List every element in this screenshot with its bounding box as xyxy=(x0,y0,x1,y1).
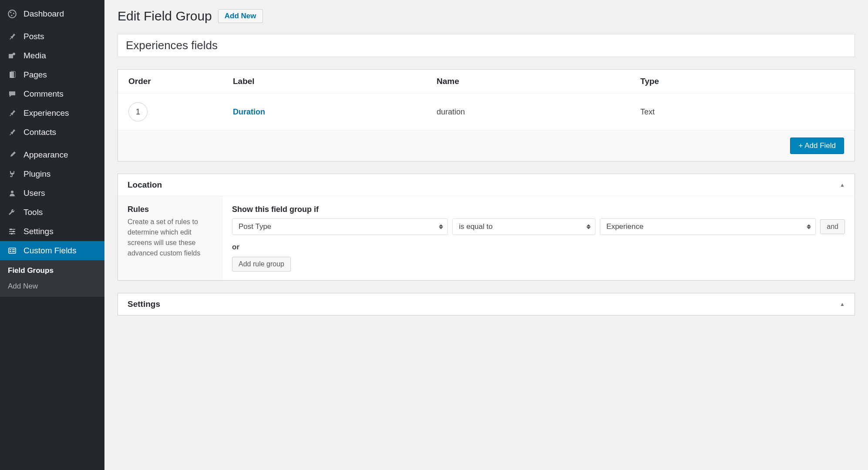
svg-rect-18 xyxy=(12,249,15,250)
sidebar-item-contacts[interactable]: Contacts xyxy=(0,123,104,142)
svg-point-13 xyxy=(13,231,14,232)
rules-heading: Rules xyxy=(128,205,212,214)
sidebar-item-pages[interactable]: Pages xyxy=(0,65,104,84)
sidebar-item-label: Posts xyxy=(24,32,44,41)
pin-icon xyxy=(7,31,17,42)
wrench-icon xyxy=(7,207,17,218)
plug-icon xyxy=(7,169,17,179)
field-label-link[interactable]: Duration xyxy=(233,107,265,116)
svg-rect-17 xyxy=(10,251,11,252)
field-type: Text xyxy=(640,107,844,117)
sidebar-item-settings[interactable]: Settings xyxy=(0,222,104,241)
location-title: Location xyxy=(128,180,162,190)
sidebar-item-tools[interactable]: Tools xyxy=(0,203,104,222)
field-name: duration xyxy=(437,107,640,117)
pin-icon xyxy=(7,127,17,138)
svg-point-8 xyxy=(11,191,13,193)
col-order: Order xyxy=(128,77,233,86)
sidebar-item-label: Settings xyxy=(24,227,54,236)
svg-rect-15 xyxy=(9,248,16,253)
show-if-label: Show this field group if xyxy=(232,205,845,214)
rule-param-select[interactable]: Post Type xyxy=(232,218,448,235)
svg-point-1 xyxy=(10,12,11,13)
field-row[interactable]: 1 Duration duration Text xyxy=(118,94,855,131)
pages-icon xyxy=(7,70,17,80)
sidebar-item-label: Media xyxy=(24,51,46,60)
fields-table: Order Label Name Type 1 Duration duratio… xyxy=(118,69,855,161)
svg-rect-6 xyxy=(10,72,14,78)
svg-point-5 xyxy=(13,53,15,55)
submenu-item-field-groups[interactable]: Field Groups xyxy=(0,263,104,279)
sidebar-item-label: Custom Fields xyxy=(24,246,76,255)
rules-description: Create a set of rules to determine which… xyxy=(128,217,212,258)
sidebar-item-label: Tools xyxy=(24,208,43,217)
rule-and-button[interactable]: and xyxy=(820,219,845,234)
sidebar-item-custom-fields[interactable]: Custom Fields xyxy=(0,241,104,260)
sidebar-item-appearance[interactable]: Appearance xyxy=(0,145,104,164)
settings-panel: Settings ▲ xyxy=(118,293,855,316)
page-title: Edit Field Group xyxy=(118,9,212,24)
or-label: or xyxy=(232,243,845,252)
caret-icon xyxy=(439,225,443,229)
sidebar-item-label: Dashboard xyxy=(24,9,64,19)
svg-point-0 xyxy=(8,10,16,18)
sidebar-item-dashboard[interactable]: Dashboard xyxy=(0,4,104,24)
media-icon xyxy=(7,50,17,61)
rule-operator-select[interactable]: is equal to xyxy=(452,218,595,235)
sidebar-item-experiences[interactable]: Experiences xyxy=(0,104,104,123)
sidebar-item-media[interactable]: Media xyxy=(0,46,104,65)
svg-rect-16 xyxy=(10,249,11,250)
sidebar-item-plugins[interactable]: Plugins xyxy=(0,164,104,184)
settings-title: Settings xyxy=(128,299,160,309)
pin-icon xyxy=(7,108,17,118)
add-field-button[interactable]: + Add Field xyxy=(790,138,844,154)
sidebar-item-comments[interactable]: Comments xyxy=(0,84,104,104)
sidebar-item-label: Pages xyxy=(24,70,47,80)
sidebar-item-users[interactable]: Users xyxy=(0,184,104,203)
sidebar-item-label: Contacts xyxy=(24,128,56,137)
sidebar-item-label: Appearance xyxy=(24,150,68,160)
brush-icon xyxy=(7,150,17,160)
col-type: Type xyxy=(640,77,844,86)
rule-value-select[interactable]: Experience xyxy=(600,218,816,235)
svg-rect-4 xyxy=(9,54,13,58)
add-new-button[interactable]: Add New xyxy=(218,9,263,23)
sidebar-submenu: Field Groups Add New xyxy=(0,260,104,297)
order-badge: 1 xyxy=(128,102,148,121)
add-rule-group-button[interactable]: Add rule group xyxy=(232,257,291,272)
fields-icon xyxy=(7,245,17,256)
admin-sidebar: Dashboard Posts Media Pages Comments Exp… xyxy=(0,0,104,470)
sidebar-item-label: Users xyxy=(24,188,45,198)
user-icon xyxy=(7,188,17,198)
sidebar-item-posts[interactable]: Posts xyxy=(0,27,104,46)
svg-point-12 xyxy=(10,228,12,230)
sidebar-item-label: Comments xyxy=(24,89,64,99)
comment-icon xyxy=(7,89,17,99)
svg-point-14 xyxy=(11,233,13,235)
sliders-icon xyxy=(7,226,17,237)
col-name: Name xyxy=(437,77,640,86)
dashboard-icon xyxy=(7,9,17,19)
sidebar-item-label: Plugins xyxy=(24,169,50,179)
main-content: Edit Field Group Add New Order Label Nam… xyxy=(104,0,868,470)
group-title-input[interactable] xyxy=(118,34,855,57)
submenu-item-add-new[interactable]: Add New xyxy=(0,279,104,294)
svg-point-3 xyxy=(11,15,12,16)
sidebar-item-label: Experiences xyxy=(24,108,69,118)
col-label: Label xyxy=(233,77,437,86)
panel-toggle[interactable]: ▲ xyxy=(840,301,845,307)
caret-icon xyxy=(586,225,591,229)
svg-point-2 xyxy=(13,13,14,14)
panel-toggle[interactable]: ▲ xyxy=(840,182,845,188)
svg-rect-19 xyxy=(12,251,15,252)
caret-icon xyxy=(807,225,811,229)
location-panel: Location ▲ Rules Create a set of rules t… xyxy=(118,174,855,281)
